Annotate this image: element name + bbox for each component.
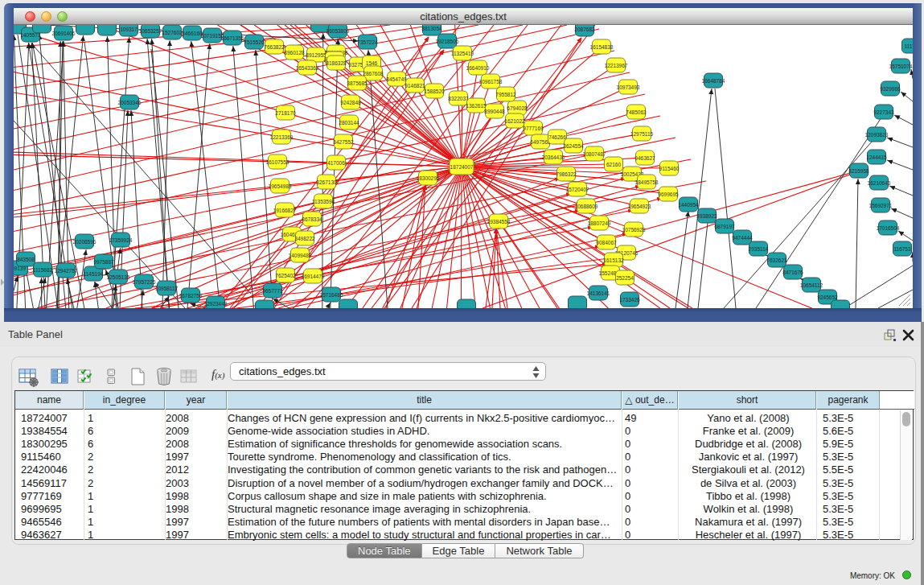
- svg-text:3875685: 3875685: [347, 80, 368, 86]
- svg-text:11325419: 11325419: [451, 51, 474, 56]
- svg-text:9463627: 9463627: [634, 155, 655, 161]
- svg-text:109317: 109317: [120, 27, 138, 32]
- svg-text:8938923: 8938923: [696, 213, 717, 219]
- svg-text:18300295: 18300295: [417, 175, 440, 181]
- svg-text:417006: 417006: [327, 160, 345, 166]
- svg-text:1621022: 1621022: [504, 118, 525, 124]
- svg-text:16648784: 16648784: [702, 78, 725, 84]
- svg-text:746266: 746266: [548, 134, 566, 140]
- svg-text:8322037: 8322037: [448, 96, 469, 101]
- svg-text:19384554: 19384554: [487, 219, 511, 225]
- svg-text:1588520: 1588520: [424, 89, 445, 94]
- svg-text:8990448: 8990448: [484, 109, 505, 114]
- svg-text:11172: 11172: [904, 43, 913, 49]
- svg-text:15692971: 15692971: [869, 203, 893, 208]
- svg-text:8454749: 8454749: [386, 76, 407, 82]
- svg-text:16914479: 16914479: [302, 274, 325, 279]
- svg-text:7515526: 7515526: [244, 39, 265, 45]
- svg-text:19654983: 19654983: [269, 183, 292, 189]
- svg-text:12923448: 12923448: [204, 301, 228, 307]
- svg-text:1615132: 1615132: [603, 257, 624, 263]
- svg-text:20364436: 20364436: [542, 154, 565, 160]
- svg-text:9115460: 9115460: [659, 166, 680, 171]
- svg-text:9777169: 9777169: [523, 126, 544, 131]
- svg-text:1244415: 1244415: [866, 154, 887, 160]
- svg-text:1733426: 1733426: [619, 297, 640, 303]
- svg-text:1546: 1546: [366, 60, 378, 66]
- svg-text:2867608: 2867608: [363, 71, 384, 76]
- svg-text:843508: 843508: [17, 257, 35, 262]
- svg-text:62160: 62160: [606, 162, 621, 167]
- svg-text:17359924: 17359924: [109, 237, 133, 243]
- svg-text:8186328: 8186328: [326, 60, 347, 66]
- svg-text:14099489: 14099489: [289, 253, 312, 258]
- svg-text:16640910: 16640910: [466, 65, 490, 71]
- svg-text:9474444: 9474444: [732, 235, 753, 241]
- svg-text:18807249: 18807249: [588, 220, 611, 226]
- svg-text:8427552: 8427552: [333, 139, 354, 145]
- svg-text:9084067: 9084067: [596, 240, 617, 245]
- svg-text:14136141: 14136141: [587, 290, 610, 296]
- svg-text:9699695: 9699695: [658, 192, 679, 197]
- svg-text:12213369: 12213369: [270, 134, 294, 140]
- svg-text:6794028: 6794028: [507, 105, 528, 111]
- svg-text:9227343: 9227343: [873, 109, 894, 115]
- svg-text:12213967: 12213967: [605, 63, 628, 68]
- svg-text:10654112: 10654112: [800, 282, 823, 288]
- svg-text:12505135: 12505135: [107, 274, 130, 280]
- svg-text:18724007: 18724007: [450, 164, 474, 170]
- svg-text:20206596: 20206596: [73, 239, 97, 245]
- svg-text:1145194: 1145194: [84, 271, 104, 277]
- svg-text:10653257: 10653257: [139, 28, 162, 34]
- svg-text:15716485: 15716485: [320, 292, 343, 298]
- svg-text:10807487: 10807487: [583, 151, 606, 157]
- svg-text:3624554: 3624554: [563, 143, 584, 149]
- svg-text:9975887: 9975887: [93, 259, 114, 265]
- svg-text:1362615: 1362615: [466, 103, 487, 109]
- svg-text:16543362: 16543362: [296, 65, 319, 71]
- svg-text:11353594: 11353594: [312, 199, 335, 204]
- svg-text:10961758: 10961758: [479, 79, 503, 84]
- svg-text:9657771: 9657771: [262, 288, 283, 294]
- svg-text:16107553: 16107553: [266, 159, 290, 165]
- svg-text:15720407: 15720407: [566, 187, 589, 192]
- svg-text:10688609: 10688609: [575, 204, 598, 209]
- svg-text:17957225: 17957225: [133, 279, 156, 285]
- svg-text:9146821: 9146821: [405, 83, 425, 89]
- svg-text:6879197: 6879197: [714, 224, 735, 229]
- svg-text:19166827: 19166827: [273, 208, 297, 213]
- svg-text:3498222: 3498222: [294, 236, 315, 241]
- svg-text:7632621: 7632621: [766, 257, 787, 263]
- svg-text:2087682: 2087682: [574, 27, 595, 32]
- svg-text:7663822: 7663822: [264, 44, 285, 50]
- svg-text:252254: 252254: [616, 275, 634, 281]
- svg-text:8960128: 8960128: [284, 50, 305, 56]
- svg-text:116753: 116753: [893, 246, 911, 252]
- svg-text:15751074: 15751074: [889, 64, 913, 69]
- svg-text:1115682: 1115682: [33, 267, 53, 273]
- svg-text:7986322: 7986322: [556, 171, 577, 177]
- svg-text:18495758: 18495758: [635, 179, 659, 185]
- svg-text:16053809: 16053809: [326, 28, 350, 34]
- svg-text:20691406: 20691406: [52, 31, 76, 36]
- svg-text:9245652: 9245652: [817, 295, 838, 300]
- svg-text:2935114: 2935114: [749, 246, 769, 252]
- svg-text:10958117: 10958117: [155, 286, 179, 291]
- svg-text:2718170: 2718170: [275, 110, 296, 116]
- svg-text:6466160: 6466160: [182, 31, 203, 36]
- svg-text:8215958: 8215958: [848, 168, 869, 174]
- svg-text:7485063: 7485063: [626, 109, 647, 115]
- svg-text:12942757: 12942757: [55, 268, 78, 274]
- svg-text:19218506: 19218506: [436, 39, 459, 44]
- svg-text:9329966: 9329966: [880, 86, 901, 92]
- svg-text:1527602: 1527602: [162, 30, 183, 35]
- svg-text:16671355: 16671355: [221, 35, 244, 41]
- svg-text:10756928: 10756928: [622, 227, 646, 233]
- svg-text:8471676: 8471676: [782, 270, 803, 275]
- svg-text:7625402: 7625402: [275, 273, 296, 278]
- svg-text:8813054: 8813054: [421, 26, 442, 31]
- svg-text:17016504: 17016504: [877, 225, 900, 231]
- svg-text:16210643: 16210643: [868, 180, 891, 186]
- svg-text:19654923: 19654923: [628, 204, 651, 209]
- svg-text:12093823: 12093823: [865, 132, 889, 138]
